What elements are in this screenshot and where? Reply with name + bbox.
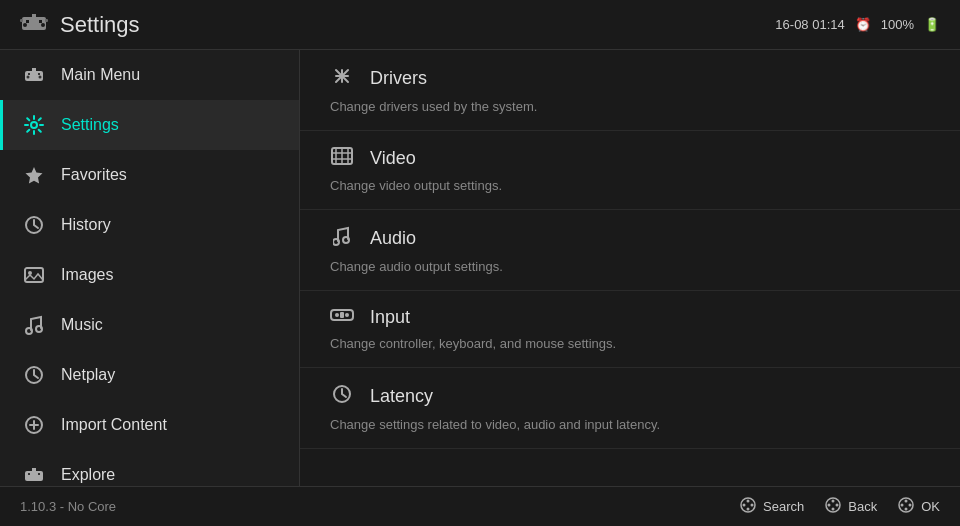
sidebar-item-explore[interactable]: Explore	[0, 450, 299, 486]
page-title: Settings	[60, 12, 775, 38]
drivers-icon	[330, 66, 354, 91]
svg-point-59	[905, 499, 908, 502]
svg-point-7	[41, 23, 45, 27]
latency-desc: Change settings related to video, audio …	[330, 417, 930, 432]
svg-point-42	[335, 313, 339, 317]
audio-icon	[330, 226, 354, 251]
sidebar-label-import-content: Import Content	[61, 416, 167, 434]
sidebar-item-main-menu[interactable]: Main Menu	[0, 50, 299, 100]
footer-controls: Search Back	[739, 496, 940, 518]
sidebar-label-history: History	[61, 216, 111, 234]
sidebar-label-music: Music	[61, 316, 103, 334]
input-desc: Change controller, keyboard, and mouse s…	[330, 336, 930, 351]
search-gamepad-icon	[739, 496, 757, 518]
ok-button[interactable]: OK	[897, 496, 940, 518]
svg-point-48	[751, 503, 754, 506]
sidebar-label-explore: Explore	[61, 466, 115, 484]
sidebar-label-images: Images	[61, 266, 113, 284]
svg-point-43	[345, 313, 349, 317]
video-desc: Change video output settings.	[330, 178, 930, 193]
svg-point-6	[23, 23, 27, 27]
svg-point-13	[39, 76, 42, 79]
input-icon	[330, 307, 354, 328]
audio-desc: Change audio output settings.	[330, 259, 930, 274]
svg-rect-28	[32, 468, 36, 472]
settings-icon	[23, 114, 45, 136]
video-title: Video	[370, 148, 416, 169]
images-icon	[23, 264, 45, 286]
content-item-latency[interactable]: Latency Change settings related to video…	[300, 368, 960, 449]
clock-icon: ⏰	[855, 17, 871, 32]
svg-rect-11	[32, 68, 36, 72]
back-button[interactable]: Back	[824, 496, 877, 518]
svg-point-12	[27, 76, 30, 79]
content-item-video[interactable]: Video Change video output settings.	[300, 131, 960, 210]
svg-point-53	[836, 503, 839, 506]
svg-point-55	[832, 507, 835, 510]
sidebar-item-music[interactable]: Music	[0, 300, 299, 350]
svg-rect-5	[45, 19, 48, 22]
sidebar-item-settings[interactable]: Settings	[0, 100, 299, 150]
netplay-icon	[23, 364, 45, 386]
music-icon	[23, 314, 45, 336]
main-menu-icon	[23, 64, 45, 86]
svg-point-57	[901, 503, 904, 506]
header-status: 16-08 01:14 ⏰ 100% 🔋	[775, 17, 940, 32]
drivers-desc: Change drivers used by the system.	[330, 99, 930, 114]
sidebar-item-import-content[interactable]: Import Content	[0, 400, 299, 450]
sidebar-item-netplay[interactable]: Netplay	[0, 350, 299, 400]
battery-level: 100%	[881, 17, 914, 32]
svg-rect-9	[28, 73, 30, 75]
ok-label: OK	[921, 499, 940, 514]
sidebar: Main Menu Settings Favorites	[0, 50, 300, 486]
content-item-audio[interactable]: Audio Change audio output settings.	[300, 210, 960, 291]
audio-title: Audio	[370, 228, 416, 249]
sidebar-item-images[interactable]: Images	[0, 250, 299, 300]
latency-icon	[330, 384, 354, 409]
content-item-input[interactable]: Input Change controller, keyboard, and m…	[300, 291, 960, 368]
sidebar-label-netplay: Netplay	[61, 366, 115, 384]
svg-point-20	[36, 326, 42, 332]
svg-marker-15	[26, 167, 43, 184]
sidebar-item-history[interactable]: History	[0, 200, 299, 250]
content-area: Drivers Change drivers used by the syste…	[300, 50, 960, 486]
svg-point-60	[905, 507, 908, 510]
video-icon	[330, 147, 354, 170]
svg-rect-27	[38, 473, 40, 475]
sidebar-label-favorites: Favorites	[61, 166, 127, 184]
search-button[interactable]: Search	[739, 496, 804, 518]
drivers-title: Drivers	[370, 68, 427, 89]
svg-point-52	[828, 503, 831, 506]
back-label: Back	[848, 499, 877, 514]
explore-icon	[23, 464, 45, 486]
svg-rect-3	[32, 14, 36, 18]
battery-icon: 🔋	[924, 17, 940, 32]
main-layout: Main Menu Settings Favorites	[0, 50, 960, 486]
svg-point-58	[909, 503, 912, 506]
sidebar-label-settings: Settings	[61, 116, 119, 134]
sidebar-item-favorites[interactable]: Favorites	[0, 150, 299, 200]
search-label: Search	[763, 499, 804, 514]
svg-point-47	[743, 503, 746, 506]
svg-rect-25	[25, 471, 43, 481]
footer: 1.10.3 - No Core Search	[0, 486, 960, 526]
version-label: 1.10.3 - No Core	[20, 499, 739, 514]
datetime: 16-08 01:14	[775, 17, 844, 32]
svg-point-14	[31, 122, 37, 128]
svg-rect-2	[39, 20, 42, 23]
app-icon	[20, 11, 48, 38]
input-title: Input	[370, 307, 410, 328]
svg-point-50	[747, 507, 750, 510]
svg-rect-4	[20, 19, 23, 22]
content-item-drivers[interactable]: Drivers Change drivers used by the syste…	[300, 50, 960, 131]
svg-point-39	[333, 239, 339, 245]
svg-point-54	[832, 499, 835, 502]
svg-point-40	[343, 237, 349, 243]
import-content-icon	[23, 414, 45, 436]
header: Settings 16-08 01:14 ⏰ 100% 🔋	[0, 0, 960, 50]
svg-rect-44	[340, 312, 344, 318]
ok-gamepad-icon	[897, 496, 915, 518]
svg-rect-26	[28, 473, 30, 475]
sidebar-label-main-menu: Main Menu	[61, 66, 140, 84]
svg-rect-10	[38, 73, 40, 75]
